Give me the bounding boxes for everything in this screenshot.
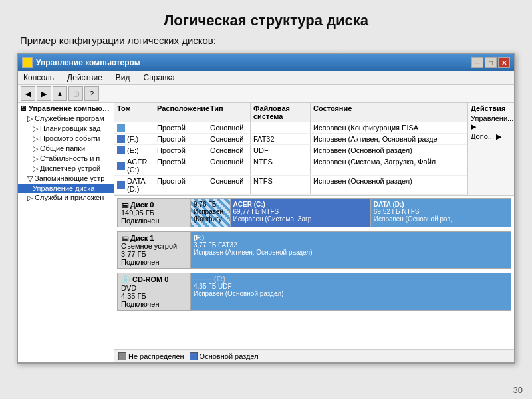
col-header-status: Состояние: [311, 103, 467, 122]
actions-item-upravlenie[interactable]: Управлени... ▶: [471, 114, 511, 132]
table-header: Том Расположение Тип Файловая система Со…: [114, 103, 467, 122]
sidebar-item-papki[interactable]: ▷ Общие папки: [18, 144, 114, 154]
menu-deystvie[interactable]: Действие: [65, 72, 105, 83]
disk-0-partitions: 9,76 ГБ Исправен (Конфигу ACER (C:) 69,7…: [191, 199, 511, 227]
table-row[interactable]: (E:) Простой Основной UDF Исправен (Осно…: [114, 145, 467, 156]
maximize-button[interactable]: □: [485, 57, 497, 68]
sidebar-item-prosmotr[interactable]: ▷ Просмотр событи: [18, 134, 114, 144]
content-area: Том Расположение Тип Файловая система Со…: [114, 103, 514, 362]
disk-0-part-eisa[interactable]: 9,76 ГБ Исправен (Конфигу: [191, 199, 231, 227]
disk-1-partitions: (F:) 3,77 ГБ FAT32 Исправен (Активен, Ос…: [191, 232, 511, 268]
col-header-fs: Файловая система: [251, 103, 311, 122]
legend-primary: Основной раздел: [190, 352, 259, 360]
forward-button[interactable]: ▶: [37, 86, 51, 101]
table-row[interactable]: Простой Основной Исправен (Конфигурация …: [114, 122, 467, 134]
actions-panel: Действия Управлени... ▶ Допо... ▶: [467, 103, 514, 195]
window-icon: [22, 57, 33, 68]
disk-0-part-acer[interactable]: ACER (C:) 69,77 ГБ NTFS Исправен (Систем…: [231, 199, 371, 227]
cdrom-0-info: 💿 CD-ROM 0 DVD 4,35 ГБ Подключен: [118, 273, 191, 310]
table-row[interactable]: DATA (D:) Простой Основной NTFS Исправен…: [114, 176, 467, 195]
sidebar-item-sluzhby[interactable]: ▷ Служебные програм: [18, 114, 114, 124]
page-subtitle: Пример конфигурации логических дисков:: [0, 35, 532, 53]
sidebar-item-disk-mgmt[interactable]: Управление диска: [18, 184, 114, 193]
legend-unallocated: Не распределен: [118, 352, 184, 360]
cdrom-0-entry: 💿 CD-ROM 0 DVD 4,35 ГБ Подключен ──── (E…: [117, 273, 511, 311]
up-button[interactable]: ▲: [53, 86, 67, 101]
minimize-button[interactable]: ─: [471, 57, 483, 68]
window-titlebar: Управление компьютером ─ □ ✕: [18, 54, 514, 71]
page-number: 30: [513, 385, 523, 395]
menu-vid[interactable]: Вид: [113, 72, 133, 83]
cdrom-0-part-e[interactable]: ──── (E:) 4,35 ГБ UDF Исправен (Основной…: [191, 273, 511, 310]
col-header-type: Тип: [207, 103, 251, 122]
disk-1-info: 🖴 Диск 1 Съемное устрой 3,77 ГБ Подключе…: [118, 232, 191, 268]
window-title: Управление компьютером: [36, 58, 140, 67]
sidebar-item-planner[interactable]: ▷ Планировщик зад: [18, 124, 114, 134]
sidebar-item-services[interactable]: ▷ Службы и приложен: [18, 193, 114, 203]
sidebar: 🖥 Управление компьютером ▷ Служебные про…: [18, 103, 114, 362]
table-row[interactable]: (F:) Простой Основной FAT32 Исправен (Ак…: [114, 134, 467, 145]
disk-0-entry: 🖴 Диск 0 149,05 ГБ Подключен 9,76 ГБ Исп…: [117, 198, 511, 227]
disk-view-area: 🖴 Диск 0 149,05 ГБ Подключен 9,76 ГБ Исп…: [114, 196, 514, 349]
col-header-location: Расположение: [154, 103, 207, 122]
main-area: 🖥 Управление компьютером ▷ Служебные про…: [18, 103, 514, 362]
computer-management-window: Управление компьютером ─ □ ✕ Консоль Дей…: [17, 53, 515, 364]
menu-konsol[interactable]: Консоль: [21, 72, 57, 83]
disk-0-info: 🖴 Диск 0 149,05 ГБ Подключен: [118, 199, 191, 227]
actions-title: Действия: [471, 104, 511, 112]
statusbar: Не распределен Основной раздел: [114, 349, 514, 362]
col-header-tom: Том: [114, 103, 154, 122]
menubar: Консоль Действие Вид Справка: [18, 71, 514, 85]
properties-button[interactable]: ⊞: [68, 86, 83, 101]
close-button[interactable]: ✕: [498, 57, 510, 68]
sidebar-item-stabilnost[interactable]: ▷ Стабильность и п: [18, 154, 114, 164]
table-row[interactable]: ACER (C:) Простой Основной NTFS Исправен…: [114, 156, 467, 176]
disk-1-part-f[interactable]: (F:) 3,77 ГБ FAT32 Исправен (Активен, Ос…: [191, 232, 511, 268]
sidebar-root[interactable]: 🖥 Управление компьютером: [18, 103, 114, 114]
disk-1-entry: 🖴 Диск 1 Съемное устрой 3,77 ГБ Подключе…: [117, 231, 511, 269]
cdrom-0-partitions: ──── (E:) 4,35 ГБ UDF Исправен (Основной…: [191, 273, 511, 310]
menu-spravka[interactable]: Справка: [141, 72, 178, 83]
back-button[interactable]: ◀: [21, 86, 35, 101]
sidebar-item-dispatcher[interactable]: ▷ Диспетчер устрой: [18, 164, 114, 174]
help-button[interactable]: ?: [84, 86, 99, 101]
actions-item-dopo[interactable]: Допо... ▶: [471, 132, 511, 142]
toolbar: ◀ ▶ ▲ ⊞ ?: [18, 85, 514, 103]
disk-0-part-data[interactable]: DATA (D:) 69,52 ГБ NTFS Исправен (Основн…: [371, 199, 511, 227]
sidebar-item-zapom[interactable]: ▽ Запоминающие устр: [18, 174, 114, 184]
page-title: Логическая структура диска: [0, 0, 532, 35]
